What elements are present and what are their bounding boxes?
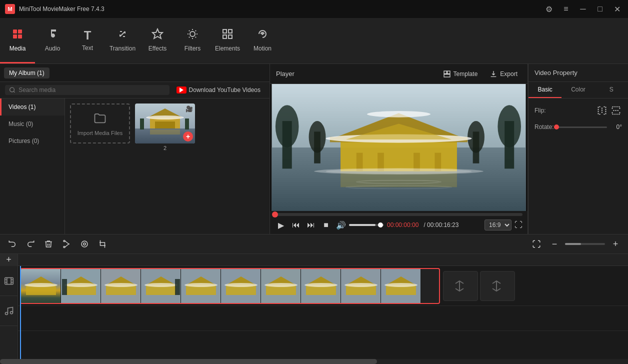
toolbar-transition[interactable]: Transition — [105, 18, 140, 64]
timeline-scrollbar[interactable] — [0, 359, 628, 364]
volume-fill — [349, 224, 376, 226]
zoom-slider[interactable] — [565, 243, 605, 245]
progress-bar[interactable] — [275, 213, 522, 216]
frame-5 — [181, 269, 221, 303]
cut-button[interactable] — [59, 236, 74, 252]
svg-point-54 — [6, 312, 8, 314]
toolbar-filters-label: Filters — [184, 45, 201, 52]
svg-rect-9 — [228, 35, 232, 38]
playhead[interactable] — [20, 266, 21, 359]
frame-3 — [101, 269, 141, 303]
zoom-in-button[interactable]: + — [608, 236, 623, 252]
toolbar-effects-label: Effects — [148, 45, 166, 52]
subtab-videos[interactable]: Videos (1) — [0, 98, 64, 116]
toolbar-audio[interactable]: Audio — [35, 18, 70, 64]
crop-button[interactable] — [95, 236, 110, 252]
toolbar-motion[interactable]: Motion — [245, 18, 280, 64]
menu-button[interactable]: ≡ — [560, 3, 572, 15]
svg-point-52 — [84, 243, 86, 246]
svg-rect-19 — [185, 118, 189, 130]
svg-point-17 — [146, 116, 184, 120]
import-label: Import Media Files — [78, 130, 122, 136]
tab-color[interactable]: Color — [562, 82, 594, 98]
next-frame-button[interactable]: ⏭ — [305, 219, 317, 231]
fullscreen-button[interactable]: ⛶ — [514, 220, 522, 230]
stop-button[interactable]: ■ — [320, 219, 332, 231]
fit-timeline-button[interactable] — [529, 236, 544, 252]
zoom-out-button[interactable]: − — [547, 236, 562, 252]
title-bar-left: M MiniTool MovieMaker Free 7.4.3 — [5, 4, 104, 14]
add-to-timeline-button[interactable]: + — [183, 132, 193, 142]
undo-button[interactable] — [5, 236, 20, 252]
toolbar-media[interactable]: Media — [0, 18, 35, 64]
audio-detach-button[interactable] — [77, 236, 92, 252]
toolbar-filters[interactable]: Filters — [175, 18, 210, 64]
video-strip[interactable] — [20, 268, 440, 304]
flip-h-button[interactable] — [596, 104, 608, 116]
svg-rect-6 — [223, 30, 226, 33]
flip-v-button[interactable] — [610, 104, 622, 116]
volume-slider[interactable] — [349, 224, 384, 226]
crop-icon — [98, 240, 107, 248]
template-icon — [443, 70, 451, 78]
svg-rect-18 — [140, 118, 144, 130]
thumbnail-image: 🎥 + — [135, 104, 195, 144]
audio-track-icon[interactable] — [0, 296, 18, 326]
playhead-line — [20, 266, 21, 359]
tab-s[interactable]: S — [595, 82, 628, 98]
toolbar-text[interactable]: T Text — [70, 18, 105, 64]
maximize-button[interactable]: □ — [594, 3, 606, 15]
svg-point-5 — [190, 32, 195, 36]
rotate-row: Rotate: 0° — [534, 124, 622, 130]
svg-point-77 — [184, 283, 218, 287]
album-tabs: My Album (1) — [0, 64, 270, 82]
video-property-title: Video Property — [528, 64, 628, 82]
close-button[interactable]: ✕ — [611, 3, 623, 15]
undo-icon — [8, 240, 17, 248]
play-button[interactable]: ▶ — [275, 219, 287, 231]
settings-button[interactable]: ⚙ — [543, 3, 555, 15]
subtab-pictures[interactable]: Pictures (0) — [0, 132, 64, 150]
svg-rect-1 — [18, 30, 22, 34]
toolbar-elements[interactable]: Elements — [210, 18, 245, 64]
svg-point-27 — [276, 105, 299, 148]
toolbar-media-label: Media — [10, 45, 26, 52]
svg-point-59 — [24, 283, 58, 287]
redo-button[interactable] — [23, 236, 38, 252]
subtab-music[interactable]: Music (0) — [0, 116, 64, 132]
player-controls-bar: ▶ ⏮ ⏭ ■ 🔊 00:00:00:00 / 00:00:16:23 — [270, 211, 528, 234]
transition-placeholder[interactable] — [443, 271, 478, 301]
frame-8 — [301, 269, 341, 303]
tab-basic[interactable]: Basic — [528, 82, 562, 98]
svg-point-31 — [309, 121, 326, 152]
svg-rect-64 — [62, 279, 67, 295]
search-input-wrap[interactable] — [5, 85, 170, 95]
my-album-tab[interactable]: My Album (1) — [4, 68, 50, 78]
timeline: + 0s 16.9s — [0, 254, 628, 364]
video-track-icon[interactable] — [0, 266, 18, 296]
search-input[interactable] — [18, 86, 165, 94]
rotate-slider[interactable] — [554, 126, 607, 128]
template-button[interactable]: Template — [439, 68, 482, 80]
yt-download-button[interactable]: Download YouTube Videos — [172, 85, 264, 95]
controls-right: 16:9 9:16 4:3 1:1 21:9 ⛶ — [484, 220, 522, 230]
fit-icon — [532, 240, 541, 248]
prev-frame-button[interactable]: ⏮ — [290, 219, 302, 231]
transition-placeholder-2[interactable] — [480, 271, 515, 301]
aspect-ratio-select[interactable]: 16:9 9:16 4:3 1:1 21:9 — [484, 220, 512, 230]
svg-point-11 — [10, 88, 14, 92]
transition-arrows-2 — [490, 278, 505, 294]
delete-button[interactable] — [41, 236, 56, 252]
controls-toolbar: − + — [0, 234, 628, 254]
export-button[interactable]: Export — [486, 68, 522, 80]
yt-btn-label: Download YouTube Videos — [189, 86, 260, 94]
frame-1 — [21, 269, 61, 303]
toolbar-effects[interactable]: Effects — [140, 18, 175, 64]
timeline-body — [0, 266, 628, 359]
volume-button[interactable]: 🔊 — [335, 219, 347, 231]
import-media-button[interactable]: Import Media Files — [70, 104, 130, 144]
frame-4 — [141, 269, 181, 303]
svg-point-49 — [64, 246, 65, 248]
timeline-add-button[interactable]: + — [0, 254, 18, 266]
minimize-button[interactable]: ─ — [577, 3, 589, 15]
